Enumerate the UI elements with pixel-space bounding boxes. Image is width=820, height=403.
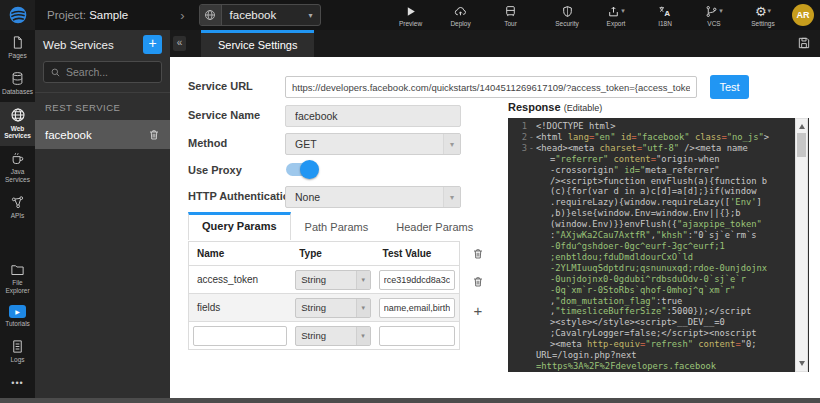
param-tabs: Query Params Path Params Header Params [188,213,487,240]
globe-icon [10,107,26,123]
delete-param-icon[interactable] [466,275,490,288]
param-value-input[interactable] [379,270,455,290]
main-content: « Service Settings Service URL Test Serv… [170,30,820,398]
save-icon[interactable] [797,36,811,50]
collapse-panel-button[interactable]: « [173,36,186,51]
breadcrumb-chevron-icon: › [180,8,184,23]
table-row: fields String▾ [189,293,459,321]
tab-path-params[interactable]: Path Params [291,215,383,240]
rail-spacer [0,226,35,257]
tab-bar: « Service Settings [170,30,820,57]
sidebar-item-databases[interactable]: Databases [0,66,35,102]
vcs-button[interactable]: ▾ VCS [694,4,734,27]
delete-param-icon[interactable] [466,247,490,260]
scrollbar-thumb[interactable] [797,133,806,157]
new-param-value-input[interactable] [379,326,455,346]
search-input[interactable] [66,66,156,78]
add-service-button[interactable]: + [143,35,162,54]
chevron-down-icon: ▾ [719,7,723,15]
panel-title: Web Services [43,39,143,51]
toolbar-right: Security ▾ Export A I18N ▾ VCS ⚙▾ Settin… [547,4,820,27]
user-avatar[interactable]: AR [792,4,814,26]
security-button[interactable]: Security [547,4,587,27]
param-type-select[interactable]: String▾ [295,270,370,290]
sidebar-item-tutorials[interactable]: ▶ Tutorials [0,300,35,334]
param-type-select[interactable]: String▾ [295,326,370,346]
chevron-down-icon: ▾ [356,299,370,317]
bottom-strip [0,398,820,403]
sidebar-item-java-services[interactable]: Java Services [0,146,35,190]
web-services-panel: Web Services + REST SERVICE facebook [35,30,170,398]
sidebar-item-pages[interactable]: Pages [0,30,35,66]
cloud-upload-icon [453,4,468,19]
service-selector-dropdown[interactable]: facebook ▾ [199,4,321,26]
settings-button[interactable]: ⚙▾ Settings [743,4,783,27]
service-list-item-facebook[interactable]: facebook [35,120,170,149]
tab-query-params[interactable]: Query Params [188,212,291,240]
tab-header-params[interactable]: Header Params [382,215,487,240]
folder-icon [10,262,25,277]
shield-icon [561,4,574,19]
deploy-button[interactable]: Deploy [441,4,481,27]
scroll-down-icon[interactable] [799,361,805,366]
method-select[interactable]: GET ▾ [285,133,461,155]
sidebar-item-web-services[interactable]: Web Services [0,102,35,147]
http-auth-select[interactable]: None ▾ [285,186,461,208]
left-nav-rail: Pages Databases Web Services Java Servic… [0,30,35,398]
top-bar: Project: Sample › facebook ▾ Preview Dep… [0,0,820,30]
tutorial-play-icon: ▶ [9,305,26,318]
service-name-input[interactable] [285,105,461,127]
project-breadcrumb: Project: Sample [47,9,128,21]
param-name: fields [189,302,291,313]
method-label: Method [188,137,227,149]
chevron-down-icon: ▾ [309,11,320,20]
sidebar-item-apis[interactable]: APIs [0,190,35,226]
database-icon [10,71,25,86]
logo-icon [8,5,28,25]
preview-button[interactable]: Preview [391,4,431,27]
search-icon [50,67,61,78]
service-settings-form: Service URL Test Service Name Method GET… [170,57,820,398]
editor-scrollbar[interactable] [795,118,808,372]
table-row: access_token String▾ [189,265,459,293]
new-param-name-input[interactable] [193,326,287,346]
sidebar-item-logs[interactable]: Logs [0,334,35,370]
delete-service-icon[interactable] [148,128,160,141]
service-selector-value: facebook [222,9,309,21]
project-name: Sample [89,9,128,21]
more-options-button[interactable]: ••• [0,370,35,398]
table-row-new: String▾ [189,321,459,349]
i18n-button[interactable]: A I18N [645,4,685,27]
translate-icon: A [658,4,672,19]
page-icon [10,35,25,50]
chevron-down-icon: ▾ [621,7,625,15]
chevron-down-icon: ▾ [443,134,460,154]
table-header-row: Name Type Test Value [189,242,459,265]
use-proxy-toggle[interactable] [286,163,317,176]
response-code-editor[interactable]: 1<!DOCTYPE html>2-<html lang="en" id="fa… [508,118,809,372]
coffee-cup-icon [10,151,25,166]
chevron-down-icon: ▾ [768,7,772,15]
rest-service-section-label: REST SERVICE [35,93,170,120]
globe-icon [200,4,222,26]
export-button[interactable]: ▾ Export [596,4,636,27]
param-name: access_token [189,274,291,285]
tab-service-settings[interactable]: Service Settings [201,30,314,57]
test-button[interactable]: Test [710,75,749,99]
app-logo[interactable] [0,0,35,30]
app-window: Project: Sample › facebook ▾ Preview Dep… [0,0,820,403]
bus-icon [504,4,517,19]
sidebar-item-file-explorer[interactable]: File Explorer [0,257,35,301]
svg-text:A: A [664,8,670,17]
param-type-select[interactable]: String▾ [295,298,370,318]
scroll-up-icon[interactable] [799,124,805,129]
param-value-input[interactable] [379,298,455,318]
gear-icon: ⚙ [755,4,767,19]
service-url-input[interactable] [285,76,697,98]
branch-icon [705,5,718,18]
tour-button[interactable]: Tour [491,4,531,27]
api-nodes-icon [10,195,25,210]
play-icon [404,4,417,19]
add-param-button[interactable]: + [466,303,490,318]
http-auth-label: HTTP Authentication [188,190,296,202]
